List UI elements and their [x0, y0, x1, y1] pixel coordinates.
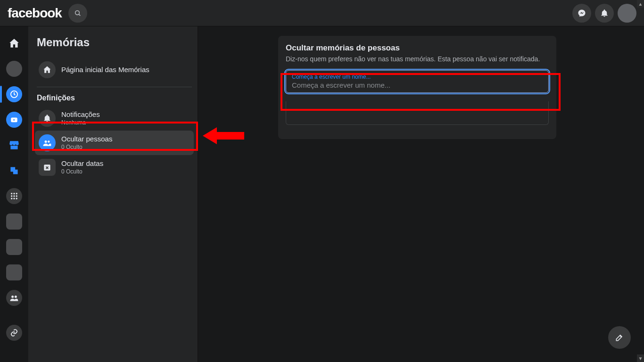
svg-point-16	[45, 140, 47, 143]
rail-watch[interactable]	[3, 108, 25, 131]
sidebar-section-header: Definições	[37, 94, 192, 102]
sidebar-item-label: Notificações	[61, 110, 100, 119]
rail-home[interactable]	[3, 32, 25, 55]
svg-point-6	[13, 193, 15, 194]
rail-link[interactable]	[3, 321, 25, 344]
svg-point-0	[75, 10, 80, 15]
avatar-icon	[6, 61, 22, 77]
card-description: Diz-nos quem preferes não ver nas tuas m…	[286, 55, 549, 64]
sidebar-item-hide-people[interactable]: Ocultar pessoas 0 Oculto	[35, 131, 194, 155]
divider	[37, 87, 192, 87]
rail-groups[interactable]	[3, 287, 25, 309]
rail-shortcut-2[interactable]	[3, 236, 25, 258]
svg-point-15	[15, 296, 17, 298]
marketplace-icon	[8, 139, 20, 151]
svg-line-1	[79, 14, 80, 16]
rail-marketplace[interactable]	[3, 134, 25, 156]
left-rail	[0, 26, 28, 362]
top-bar: facebook	[0, 0, 644, 26]
grid-icon	[10, 192, 18, 200]
rail-profile[interactable]	[3, 58, 25, 80]
groups-icon	[9, 293, 19, 303]
link-icon	[10, 329, 18, 337]
memories-sidebar: Memórias Página inicial das Memórias Def…	[28, 26, 198, 362]
rail-menu[interactable]	[3, 185, 25, 207]
sidebar-item-label: Ocultar datas	[61, 159, 103, 168]
sidebar-title: Memórias	[37, 36, 192, 49]
shortcut-icon	[6, 239, 22, 255]
name-input-wrapper[interactable]: Começa a escrever um nome...	[286, 70, 549, 93]
scrollbar-down[interactable]: ▼	[637, 354, 644, 362]
svg-point-9	[13, 195, 15, 197]
svg-point-8	[11, 195, 12, 197]
messenger-button[interactable]	[572, 4, 591, 23]
svg-point-11	[11, 198, 12, 199]
svg-point-5	[11, 193, 12, 194]
sidebar-item-sub: 0 Oculto	[61, 144, 112, 151]
compose-button[interactable]	[608, 326, 631, 349]
svg-point-13	[16, 198, 17, 199]
home-icon	[39, 61, 56, 78]
rail-shortcut-3[interactable]	[3, 261, 25, 284]
rail-gaming[interactable]	[3, 159, 25, 182]
shortcut-icon	[6, 264, 22, 280]
scrollbar-up[interactable]: ▲	[637, 0, 644, 8]
svg-point-7	[16, 193, 17, 194]
watch-icon	[10, 115, 18, 124]
bell-icon	[600, 9, 609, 17]
notifications-button[interactable]	[595, 4, 614, 23]
svg-point-12	[13, 198, 15, 199]
svg-point-17	[48, 140, 50, 142]
shortcut-icon	[6, 214, 22, 230]
sidebar-item-sub: Nenhuma	[61, 119, 100, 126]
facebook-logo[interactable]: facebook	[8, 6, 62, 21]
bell-icon	[39, 110, 56, 127]
input-float-label: Começa a escrever um nome...	[292, 74, 543, 80]
main-content: Ocultar memórias de pessoas Diz-nos quem…	[198, 26, 644, 362]
people-icon	[39, 134, 56, 151]
account-avatar[interactable]	[618, 4, 636, 23]
name-input[interactable]	[292, 81, 543, 89]
search-icon	[74, 9, 82, 17]
card-footer-area	[286, 101, 549, 125]
hide-people-card: Ocultar memórias de pessoas Diz-nos quem…	[278, 36, 556, 139]
sidebar-item-hide-dates[interactable]: Ocultar datas 0 Oculto	[35, 155, 194, 180]
sidebar-item-notifications[interactable]: Notificações Nenhuma	[35, 106, 194, 131]
messenger-icon	[578, 9, 586, 17]
svg-point-10	[16, 195, 17, 197]
sidebar-item-label: Página inicial das Memórias	[61, 66, 149, 74]
search-button[interactable]	[68, 4, 87, 23]
sidebar-item-label: Ocultar pessoas	[61, 135, 112, 144]
calendar-x-icon	[39, 159, 56, 176]
gaming-icon	[8, 165, 20, 177]
card-title: Ocultar memórias de pessoas	[286, 43, 549, 53]
rail-shortcut-1[interactable]	[3, 210, 25, 233]
compose-icon	[615, 333, 624, 342]
clock-icon	[9, 90, 19, 99]
sidebar-memories-home[interactable]: Página inicial das Memórias	[35, 58, 194, 82]
svg-point-14	[11, 296, 14, 298]
sidebar-item-sub: 0 Oculto	[61, 168, 103, 175]
rail-memories[interactable]	[3, 83, 25, 106]
home-icon	[8, 37, 20, 49]
